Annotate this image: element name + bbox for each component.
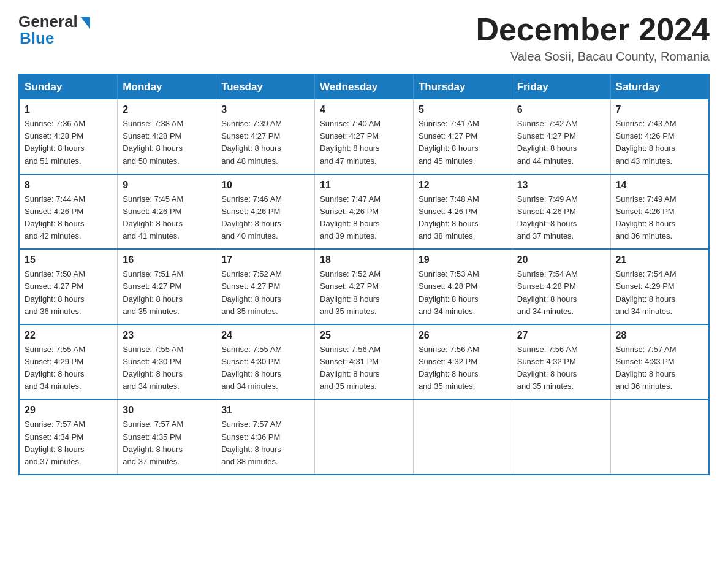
day-number: 23: [123, 330, 211, 341]
day-number: 19: [419, 255, 507, 266]
day-info: Sunrise: 7:47 AMSunset: 4:26 PMDaylight:…: [320, 193, 408, 243]
title-block: December 2024 Valea Sosii, Bacau County,…: [476, 12, 710, 64]
day-info: Sunrise: 7:44 AMSunset: 4:26 PMDaylight:…: [25, 193, 112, 243]
weekday-header-saturday: Saturday: [610, 74, 709, 99]
calendar-cell: [413, 399, 512, 475]
day-info: Sunrise: 7:57 AMSunset: 4:34 PMDaylight:…: [25, 418, 112, 468]
logo: General Blue: [18, 12, 90, 48]
calendar-cell: 19 Sunrise: 7:53 AMSunset: 4:28 PMDaylig…: [413, 249, 512, 324]
calendar-cell: 25 Sunrise: 7:56 AMSunset: 4:31 PMDaylig…: [315, 324, 414, 400]
calendar-cell: 29 Sunrise: 7:57 AMSunset: 4:34 PMDaylig…: [19, 399, 118, 475]
day-number: 30: [123, 405, 211, 416]
calendar-cell: 31 Sunrise: 7:57 AMSunset: 4:36 PMDaylig…: [216, 399, 315, 475]
page-header: General Blue December 2024 Valea Sosii, …: [18, 12, 710, 64]
day-number: 31: [221, 405, 309, 416]
calendar-cell: 2 Sunrise: 7:38 AMSunset: 4:28 PMDayligh…: [118, 99, 216, 174]
calendar-cell: 3 Sunrise: 7:39 AMSunset: 4:27 PMDayligh…: [216, 99, 315, 174]
calendar-cell: 16 Sunrise: 7:51 AMSunset: 4:27 PMDaylig…: [118, 249, 216, 324]
day-info: Sunrise: 7:55 AMSunset: 4:30 PMDaylight:…: [221, 343, 309, 393]
day-info: Sunrise: 7:56 AMSunset: 4:32 PMDaylight:…: [419, 343, 507, 393]
location: Valea Sosii, Bacau County, Romania: [476, 50, 710, 64]
day-info: Sunrise: 7:51 AMSunset: 4:27 PMDaylight:…: [123, 268, 211, 318]
calendar-cell: 17 Sunrise: 7:52 AMSunset: 4:27 PMDaylig…: [216, 249, 315, 324]
day-info: Sunrise: 7:45 AMSunset: 4:26 PMDaylight:…: [123, 193, 211, 243]
day-number: 4: [320, 104, 408, 115]
calendar-cell: 5 Sunrise: 7:41 AMSunset: 4:27 PMDayligh…: [413, 99, 512, 174]
day-number: 1: [25, 104, 112, 115]
day-number: 26: [419, 330, 507, 341]
calendar-cell: 11 Sunrise: 7:47 AMSunset: 4:26 PMDaylig…: [315, 174, 414, 250]
calendar-week-row: 29 Sunrise: 7:57 AMSunset: 4:34 PMDaylig…: [19, 399, 709, 475]
calendar-cell: 1 Sunrise: 7:36 AMSunset: 4:28 PMDayligh…: [19, 99, 118, 174]
calendar-cell: 24 Sunrise: 7:55 AMSunset: 4:30 PMDaylig…: [216, 324, 315, 400]
calendar-week-row: 1 Sunrise: 7:36 AMSunset: 4:28 PMDayligh…: [19, 99, 709, 174]
day-number: 9: [123, 180, 211, 191]
day-number: 6: [517, 104, 605, 115]
weekday-header-thursday: Thursday: [413, 74, 512, 99]
day-number: 22: [25, 330, 112, 341]
day-info: Sunrise: 7:38 AMSunset: 4:28 PMDaylight:…: [123, 118, 211, 167]
calendar-week-row: 8 Sunrise: 7:44 AMSunset: 4:26 PMDayligh…: [19, 174, 709, 250]
day-number: 13: [517, 180, 605, 191]
day-number: 10: [221, 180, 309, 191]
calendar-cell: 14 Sunrise: 7:49 AMSunset: 4:26 PMDaylig…: [610, 174, 709, 250]
day-info: Sunrise: 7:53 AMSunset: 4:28 PMDaylight:…: [419, 268, 507, 318]
day-number: 20: [517, 255, 605, 266]
calendar-week-row: 15 Sunrise: 7:50 AMSunset: 4:27 PMDaylig…: [19, 249, 709, 324]
calendar-cell: 15 Sunrise: 7:50 AMSunset: 4:27 PMDaylig…: [19, 249, 118, 324]
calendar-cell: 23 Sunrise: 7:55 AMSunset: 4:30 PMDaylig…: [118, 324, 216, 400]
calendar-cell: 22 Sunrise: 7:55 AMSunset: 4:29 PMDaylig…: [19, 324, 118, 400]
logo-blue-text: Blue: [20, 29, 54, 48]
day-info: Sunrise: 7:56 AMSunset: 4:31 PMDaylight:…: [320, 343, 408, 393]
day-number: 27: [517, 330, 605, 341]
day-info: Sunrise: 7:36 AMSunset: 4:28 PMDaylight:…: [25, 118, 112, 167]
calendar-cell: [315, 399, 414, 475]
calendar-table: SundayMondayTuesdayWednesdayThursdayFrid…: [18, 74, 710, 475]
day-number: 25: [320, 330, 408, 341]
weekday-header-monday: Monday: [118, 74, 216, 99]
calendar-cell: 18 Sunrise: 7:52 AMSunset: 4:27 PMDaylig…: [315, 249, 414, 324]
calendar-cell: 4 Sunrise: 7:40 AMSunset: 4:27 PMDayligh…: [315, 99, 414, 174]
calendar-cell: 20 Sunrise: 7:54 AMSunset: 4:28 PMDaylig…: [512, 249, 610, 324]
day-info: Sunrise: 7:41 AMSunset: 4:27 PMDaylight:…: [419, 118, 507, 167]
svg-marker-0: [80, 17, 90, 29]
weekday-header-row: SundayMondayTuesdayWednesdayThursdayFrid…: [19, 74, 709, 99]
calendar-cell: 12 Sunrise: 7:48 AMSunset: 4:26 PMDaylig…: [413, 174, 512, 250]
weekday-header-sunday: Sunday: [19, 74, 118, 99]
day-number: 16: [123, 255, 211, 266]
day-info: Sunrise: 7:57 AMSunset: 4:36 PMDaylight:…: [221, 418, 309, 468]
day-info: Sunrise: 7:49 AMSunset: 4:26 PMDaylight:…: [616, 193, 703, 243]
calendar-cell: [512, 399, 610, 475]
weekday-header-wednesday: Wednesday: [315, 74, 414, 99]
day-number: 11: [320, 180, 408, 191]
calendar-cell: 7 Sunrise: 7:43 AMSunset: 4:26 PMDayligh…: [610, 99, 709, 174]
day-number: 8: [25, 180, 112, 191]
day-info: Sunrise: 7:56 AMSunset: 4:32 PMDaylight:…: [517, 343, 605, 393]
day-number: 28: [616, 330, 703, 341]
calendar-cell: 28 Sunrise: 7:57 AMSunset: 4:33 PMDaylig…: [610, 324, 709, 400]
day-number: 24: [221, 330, 309, 341]
calendar-cell: 8 Sunrise: 7:44 AMSunset: 4:26 PMDayligh…: [19, 174, 118, 250]
day-info: Sunrise: 7:48 AMSunset: 4:26 PMDaylight:…: [419, 193, 507, 243]
calendar-week-row: 22 Sunrise: 7:55 AMSunset: 4:29 PMDaylig…: [19, 324, 709, 400]
calendar-cell: 13 Sunrise: 7:49 AMSunset: 4:26 PMDaylig…: [512, 174, 610, 250]
logo-arrow-icon: [79, 17, 90, 29]
day-info: Sunrise: 7:54 AMSunset: 4:29 PMDaylight:…: [616, 268, 703, 318]
calendar-body: 1 Sunrise: 7:36 AMSunset: 4:28 PMDayligh…: [19, 99, 709, 475]
day-number: 12: [419, 180, 507, 191]
day-info: Sunrise: 7:52 AMSunset: 4:27 PMDaylight:…: [320, 268, 408, 318]
day-number: 17: [221, 255, 309, 266]
month-title: December 2024: [476, 12, 710, 47]
day-number: 7: [616, 104, 703, 115]
day-number: 14: [616, 180, 703, 191]
day-number: 21: [616, 255, 703, 266]
weekday-header-tuesday: Tuesday: [216, 74, 315, 99]
day-info: Sunrise: 7:42 AMSunset: 4:27 PMDaylight:…: [517, 118, 605, 167]
day-info: Sunrise: 7:57 AMSunset: 4:33 PMDaylight:…: [616, 343, 703, 393]
weekday-header-friday: Friday: [512, 74, 610, 99]
calendar-cell: 27 Sunrise: 7:56 AMSunset: 4:32 PMDaylig…: [512, 324, 610, 400]
day-info: Sunrise: 7:55 AMSunset: 4:29 PMDaylight:…: [25, 343, 112, 393]
day-info: Sunrise: 7:57 AMSunset: 4:35 PMDaylight:…: [123, 418, 211, 468]
day-info: Sunrise: 7:52 AMSunset: 4:27 PMDaylight:…: [221, 268, 309, 318]
calendar-cell: 9 Sunrise: 7:45 AMSunset: 4:26 PMDayligh…: [118, 174, 216, 250]
